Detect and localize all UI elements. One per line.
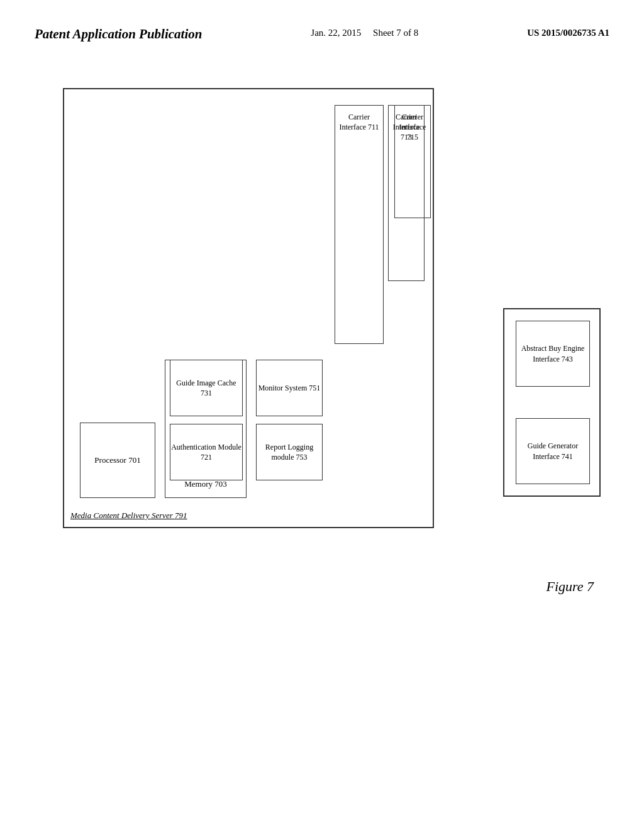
ci715-box: Carrier Interface 715	[394, 105, 431, 218]
guide-gen-box: Guide Generator Interface 741	[516, 418, 590, 484]
report-logging-box: Report Logging module 753	[256, 424, 323, 480]
ci711-label: Carrier Interface 711	[335, 112, 383, 132]
publication-date: Jan. 22, 2015	[311, 28, 361, 38]
monitor-system-box: Monitor System 751	[256, 360, 323, 416]
abstract-buy-box: Abstract Buy Engine Interface 743	[516, 321, 590, 387]
header-meta: Jan. 22, 2015 Sheet 7 of 8	[311, 25, 418, 43]
ci711-box: Carrier Interface 711	[335, 105, 384, 344]
processor-box: Processor 701	[80, 423, 155, 498]
auth-module-box: Authentication Module 721	[170, 424, 243, 480]
processor-label: Processor 701	[94, 455, 140, 466]
right-outer-box: Abstract Buy Engine Interface 743 Guide …	[503, 308, 601, 497]
sheet-info: Sheet 7 of 8	[373, 28, 418, 38]
page-header: Patent Application Publication Jan. 22, …	[0, 25, 644, 43]
guide-image-cache-label: Guide Image Cache 731	[170, 378, 242, 398]
ci715-label: Carrier Interface 715	[395, 112, 430, 143]
publication-number: US 2015/0026735 A1	[527, 25, 609, 43]
publication-title: Patent Application Publication	[35, 25, 202, 43]
report-logging-label: Report Logging module 753	[257, 442, 322, 462]
figure-label: Figure 7	[546, 578, 594, 595]
mcds-box: Media Content Delivery Server 791 Proces…	[63, 88, 434, 528]
monitor-system-label: Monitor System 751	[258, 383, 321, 393]
mcds-label: Media Content Delivery Server 791	[70, 511, 187, 521]
auth-module-label: Authentication Module 721	[170, 442, 242, 462]
guide-image-cache-box: Guide Image Cache 731	[170, 360, 243, 416]
page: Patent Application Publication Jan. 22, …	[0, 0, 644, 830]
abstract-buy-label: Abstract Buy Engine Interface 743	[516, 343, 589, 363]
guide-gen-label: Guide Generator Interface 741	[516, 441, 589, 461]
diagram-area: Media Content Delivery Server 791 Proces…	[63, 88, 465, 541]
